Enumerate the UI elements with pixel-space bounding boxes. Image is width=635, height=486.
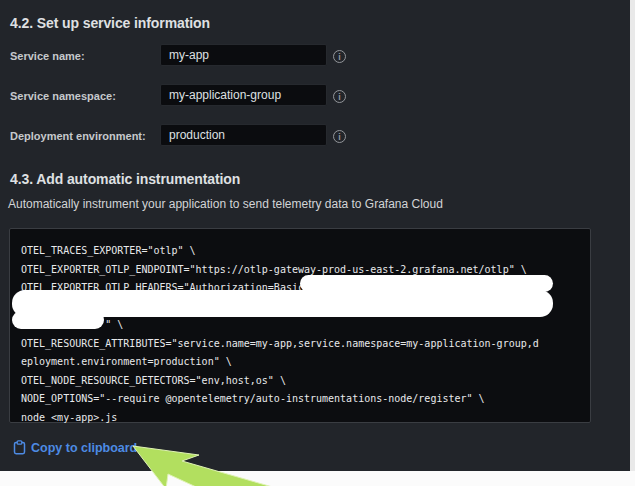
section-title-instrumentation: 4.3. Add automatic instrumentation bbox=[10, 171, 240, 187]
service-namespace-label: Service namespace: bbox=[10, 90, 116, 102]
clipboard-icon bbox=[13, 440, 26, 455]
info-icon[interactable]: i bbox=[333, 90, 346, 103]
screenshot-bottom-margin bbox=[0, 471, 635, 486]
deployment-environment-input[interactable] bbox=[160, 124, 327, 146]
screenshot-right-margin bbox=[630, 0, 635, 486]
copy-to-clipboard-button[interactable]: Copy to clipboard bbox=[13, 440, 137, 455]
info-icon[interactable]: i bbox=[333, 130, 346, 143]
copy-to-clipboard-label: Copy to clipboard bbox=[31, 441, 137, 455]
service-name-input[interactable] bbox=[160, 44, 327, 66]
service-name-label: Service name: bbox=[10, 50, 85, 62]
redaction-overlay bbox=[12, 311, 104, 329]
setup-page: 4.2. Set up service information Service … bbox=[0, 0, 635, 486]
deployment-environment-label: Deployment environment: bbox=[10, 130, 146, 142]
info-icon[interactable]: i bbox=[333, 50, 346, 63]
section-title-service-info: 4.2. Set up service information bbox=[10, 15, 210, 31]
instrumentation-description: Automatically instrument your applicatio… bbox=[8, 197, 443, 211]
service-namespace-input[interactable] bbox=[160, 84, 327, 106]
